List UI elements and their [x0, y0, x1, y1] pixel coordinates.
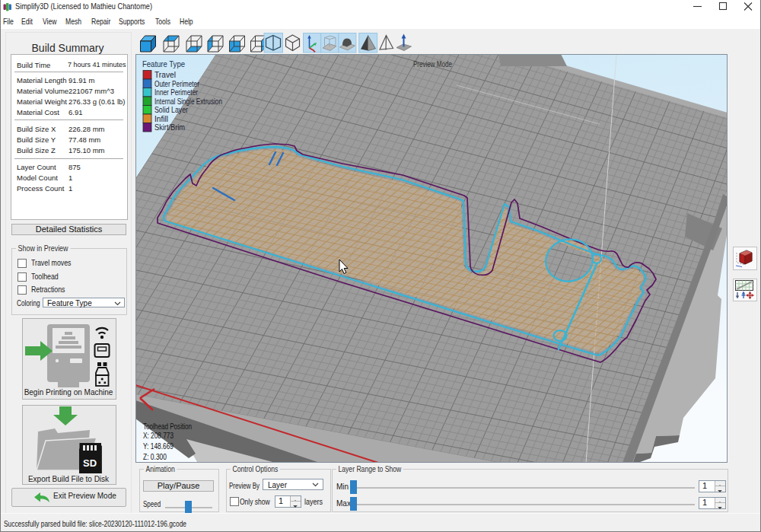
svg-text:Feature Type: Feature Type — [142, 59, 185, 68]
svg-text:Z: 0.300: Z: 0.300 — [143, 452, 167, 461]
svg-text:Preview Mode: Preview Mode — [413, 59, 452, 68]
svg-text:Infill: Infill — [154, 114, 168, 123]
svg-text:Skirt/Brim: Skirt/Brim — [154, 123, 185, 132]
svg-text:Toolhead Position: Toolhead Position — [143, 422, 192, 431]
svg-text:SD: SD — [83, 457, 97, 469]
svg-text:X: 208.773: X: 208.773 — [143, 431, 174, 440]
svg-text:Y: 148.669: Y: 148.669 — [143, 441, 174, 451]
svg-text:Solid Layer: Solid Layer — [154, 105, 188, 114]
svg-text:Outer Perimeter: Outer Perimeter — [154, 79, 199, 88]
svg-text:Travel: Travel — [154, 70, 176, 79]
svg-text:Internal Single Extrusion: Internal Single Extrusion — [154, 97, 222, 106]
svg-text:Inner Perimeter: Inner Perimeter — [154, 88, 198, 97]
